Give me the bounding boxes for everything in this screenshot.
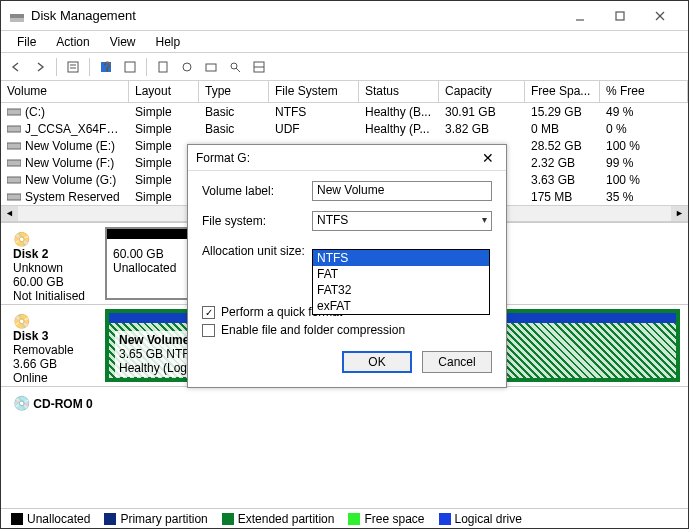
cell-pct: 35 %	[600, 190, 660, 204]
svg-rect-0	[10, 14, 24, 18]
compression-checkbox[interactable]: Enable file and folder compression	[202, 323, 492, 337]
refresh-button[interactable]	[119, 56, 141, 78]
maximize-button[interactable]	[600, 2, 640, 30]
settings-icon[interactable]	[176, 56, 198, 78]
help-button[interactable]: ?	[95, 56, 117, 78]
cell-type: Basic	[199, 122, 269, 136]
volume-list-header: Volume Layout Type File System Status Ca…	[1, 81, 688, 103]
option-ntfs[interactable]: NTFS	[313, 250, 489, 266]
menu-action[interactable]: Action	[46, 33, 99, 51]
col-type[interactable]: Type	[199, 81, 269, 102]
properties-icon[interactable]	[200, 56, 222, 78]
cell-status: Healthy (B...	[359, 105, 439, 119]
dialog-title: Format G:	[196, 151, 250, 165]
legend-logical: Logical drive	[439, 512, 522, 526]
disk-icon: 📀	[13, 313, 95, 329]
svg-rect-22	[7, 160, 21, 166]
cell-status: Healthy (P...	[359, 122, 439, 136]
legend-free: Free space	[348, 512, 424, 526]
option-fat32[interactable]: FAT32	[313, 282, 489, 298]
col-pct[interactable]: % Free	[600, 81, 688, 102]
scroll-left-icon[interactable]: ◄	[1, 206, 18, 221]
cell-pct: 49 %	[600, 105, 660, 119]
svg-rect-1	[10, 18, 24, 22]
svg-line-16	[236, 68, 240, 72]
checkbox-unchecked-icon	[202, 324, 215, 337]
label-fs: File system:	[202, 214, 312, 228]
volume-row[interactable]: (C:)SimpleBasicNTFSHealthy (B...30.91 GB…	[1, 103, 688, 120]
menu-view[interactable]: View	[100, 33, 146, 51]
scroll-right-icon[interactable]: ►	[671, 206, 688, 221]
format-dialog: Format G: ✕ Volume label: New Volume Fil…	[187, 144, 507, 388]
menubar: File Action View Help	[1, 31, 688, 53]
option-exfat[interactable]: exFAT	[313, 298, 489, 314]
dialog-close-button[interactable]: ✕	[478, 150, 498, 166]
cell-cap: 30.91 GB	[439, 105, 525, 119]
cell-fs: NTFS	[269, 105, 359, 119]
cell-free: 0 MB	[525, 122, 600, 136]
option-fat[interactable]: FAT	[313, 266, 489, 282]
cancel-button[interactable]: Cancel	[422, 351, 492, 373]
legend-extended: Extended partition	[222, 512, 335, 526]
checkbox-checked-icon: ✓	[202, 306, 215, 319]
menu-file[interactable]: File	[7, 33, 46, 51]
cell-free: 175 MB	[525, 190, 600, 204]
svg-rect-23	[7, 177, 21, 183]
volume-label-input[interactable]: New Volume	[312, 181, 492, 201]
col-fs[interactable]: File System	[269, 81, 359, 102]
disk-kind: Removable	[13, 343, 95, 357]
svg-rect-20	[7, 126, 21, 132]
separator	[146, 58, 147, 76]
col-capacity[interactable]: Capacity	[439, 81, 525, 102]
separator	[56, 58, 57, 76]
svg-rect-3	[616, 12, 624, 20]
col-volume[interactable]: Volume	[1, 81, 129, 102]
tool-icon[interactable]	[152, 56, 174, 78]
back-button[interactable]	[5, 56, 27, 78]
disk-info: 📀 Disk 3 Removable 3.66 GB Online	[9, 309, 99, 382]
col-free[interactable]: Free Spa...	[525, 81, 600, 102]
disk-info: 💿 CD-ROM 0	[9, 391, 99, 408]
col-status[interactable]: Status	[359, 81, 439, 102]
svg-rect-11	[125, 62, 135, 72]
disk-icon: 📀	[13, 231, 95, 247]
svg-rect-19	[7, 109, 21, 115]
disk-title: Disk 3	[13, 329, 95, 343]
cell-pct: 99 %	[600, 156, 660, 170]
ok-button[interactable]: OK	[342, 351, 412, 373]
cell-fs: UDF	[269, 122, 359, 136]
cell-free: 28.52 GB	[525, 139, 600, 153]
volume-icon	[7, 173, 21, 183]
list-icon[interactable]	[248, 56, 270, 78]
volume-icon	[7, 190, 21, 200]
minimize-button[interactable]	[560, 2, 600, 30]
search-icon[interactable]	[224, 56, 246, 78]
cell-type: Basic	[199, 105, 269, 119]
col-layout[interactable]: Layout	[129, 81, 199, 102]
titlebar: Disk Management	[1, 1, 688, 31]
forward-button[interactable]	[29, 56, 51, 78]
svg-text:?: ?	[104, 60, 111, 74]
cell-layout: Simple	[129, 105, 199, 119]
legend: Unallocated Primary partition Extended p…	[1, 508, 688, 528]
disk-status: Online	[13, 371, 95, 385]
close-button[interactable]	[640, 2, 680, 30]
toolbar: ?	[1, 53, 688, 81]
volume-icon	[7, 139, 21, 149]
cell-name: J_CCSA_X64FRE_E...	[1, 122, 129, 136]
cdrom-icon: 💿	[13, 395, 30, 411]
legend-unallocated: Unallocated	[11, 512, 90, 526]
label-aus: Allocation unit size:	[202, 244, 312, 258]
volume-icon	[7, 105, 21, 115]
separator	[89, 58, 90, 76]
svg-rect-6	[68, 62, 78, 72]
file-system-dropdown: NTFS FAT FAT32 exFAT	[312, 249, 490, 315]
volume-icon	[7, 156, 21, 166]
cell-name: New Volume (E:)	[1, 139, 129, 153]
file-system-select[interactable]: NTFS▾	[312, 211, 492, 231]
svg-point-13	[183, 63, 191, 71]
menu-help[interactable]: Help	[146, 33, 191, 51]
volume-row[interactable]: J_CCSA_X64FRE_E...SimpleBasicUDFHealthy …	[1, 120, 688, 137]
contents-button[interactable]	[62, 56, 84, 78]
disk-kind: Unknown	[13, 261, 95, 275]
